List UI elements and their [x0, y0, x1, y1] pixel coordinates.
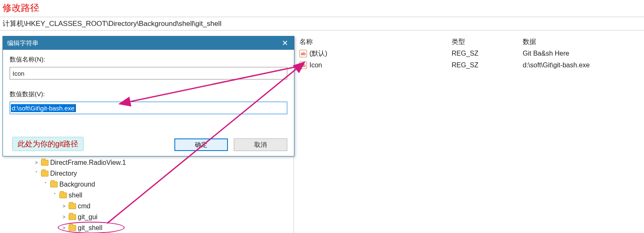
ok-button[interactable]: 确定	[174, 138, 228, 151]
dialog-titlebar[interactable]: 编辑字符串 ✕	[3, 36, 294, 50]
pane-divider[interactable]	[294, 156, 294, 233]
tree-item-label: Background	[59, 181, 95, 188]
close-icon[interactable]: ✕	[276, 36, 294, 50]
column-header-name[interactable]: 名称	[297, 38, 452, 46]
tree-item[interactable]: > git_gui	[17, 212, 284, 223]
tree-item-label: git_gui	[78, 213, 97, 221]
value-data: Git Ba&sh Here	[523, 50, 642, 57]
value-type: REG_SZ	[452, 50, 523, 57]
tree-item[interactable]: > DirectFrame.RadioView.1	[17, 157, 284, 168]
dialog-body: 数值名称(N): 数值数据(V): d:\soft\Git\git-bash.e…	[3, 50, 294, 130]
edit-string-dialog: 编辑字符串 ✕ 数值名称(N): 数值数据(V): d:\soft\Git\gi…	[3, 36, 294, 156]
tree-item-label: DirectFrame.RadioView.1	[50, 159, 126, 166]
tree-item[interactable]: ˅ Directory	[17, 168, 284, 179]
column-header-data[interactable]: 数据	[523, 38, 642, 46]
tree-item-label: cmd	[78, 202, 90, 210]
value-name: (默认)	[309, 49, 327, 58]
string-value-icon: ab	[299, 61, 307, 69]
value-row[interactable]: ab Icon REG_SZ d:\soft\Git\git-bash.exe	[297, 59, 642, 71]
registry-tree: > DirectFrame.RadioView.1 ˅ Directory ˅ …	[17, 157, 284, 233]
chevron-down-icon[interactable]: ˅	[43, 182, 49, 187]
folder-icon	[59, 192, 67, 198]
tree-item-label: Directory	[50, 170, 77, 177]
value-data-label: 数值数据(V):	[10, 90, 287, 98]
folder-icon	[41, 171, 49, 177]
tree-item[interactable]: ˅ Background	[17, 179, 284, 190]
value-name: Icon	[309, 61, 322, 69]
annotation-tip: 此处为你的git路径	[12, 137, 84, 151]
folder-icon	[69, 225, 76, 231]
folder-icon	[69, 203, 76, 209]
chevron-right-icon[interactable]: >	[61, 225, 67, 231]
dialog-title-text: 编辑字符串	[7, 39, 38, 47]
folder-icon	[69, 214, 76, 220]
tree-item[interactable]: ˅ shell	[17, 190, 284, 201]
tree-item[interactable]: > cmd	[17, 201, 284, 212]
tree-item-selected[interactable]: > git_shell	[17, 223, 284, 233]
chevron-right-icon[interactable]: >	[61, 203, 67, 209]
registry-path-bar[interactable]: 计算机\HKEY_CLASSES_ROOT\Directory\Backgrou…	[0, 17, 644, 31]
value-type: REG_SZ	[452, 61, 523, 69]
tree-item-label: git_shell	[78, 224, 102, 232]
value-name-label: 数值名称(N):	[10, 56, 287, 64]
values-header-row: 名称 类型 数据	[297, 36, 642, 48]
tree-item-label: shell	[69, 192, 82, 199]
chevron-right-icon[interactable]: >	[33, 160, 39, 166]
column-header-type[interactable]: 类型	[452, 38, 523, 46]
folder-icon	[50, 182, 58, 187]
chevron-down-icon[interactable]: ˅	[52, 192, 58, 198]
cancel-button[interactable]: 取消	[234, 138, 287, 151]
chevron-right-icon[interactable]: >	[61, 214, 67, 220]
workspace: 名称 类型 数据 ab (默认) REG_SZ Git Ba&sh Here a…	[3, 36, 642, 233]
string-value-icon: ab	[299, 50, 307, 57]
values-pane: 名称 类型 数据 ab (默认) REG_SZ Git Ba&sh Here a…	[297, 36, 642, 71]
value-row[interactable]: ab (默认) REG_SZ Git Ba&sh Here	[297, 48, 642, 59]
chevron-down-icon[interactable]: ˅	[33, 171, 39, 177]
folder-icon	[41, 160, 49, 166]
value-data-input[interactable]: d:\soft\Git\git-bash.exe	[10, 102, 287, 114]
value-data-selected-text: d:\soft\Git\git-bash.exe	[11, 104, 76, 112]
value-data: d:\soft\Git\git-bash.exe	[523, 61, 642, 69]
value-name-input[interactable]	[10, 67, 287, 79]
annotation-title: 修改路径	[0, 0, 644, 17]
